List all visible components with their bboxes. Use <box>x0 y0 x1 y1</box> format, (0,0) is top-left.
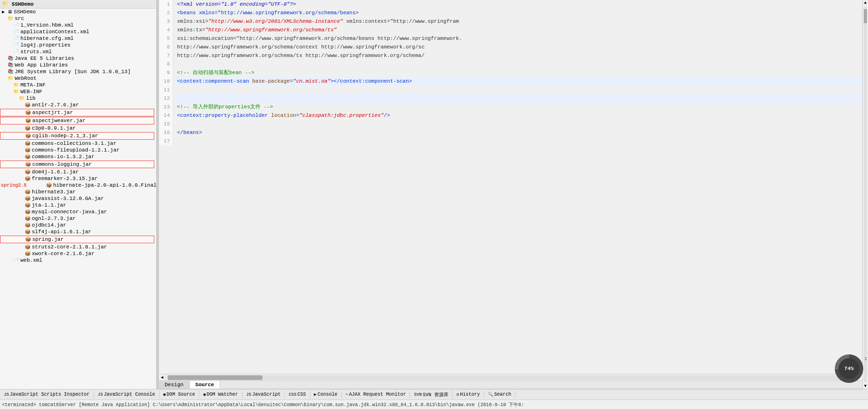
tree-item[interactable]: 📚Web App Libraries <box>0 62 156 68</box>
tab-source[interactable]: Source <box>190 381 221 389</box>
line-number: 16 <box>159 128 173 137</box>
tree-item[interactable]: 📦slf4j-api-1.6.1.jar <box>0 228 156 235</box>
tree-item[interactable]: 📄log4j.properties <box>0 42 156 48</box>
toolbar-item-javascript-console[interactable]: JS JavaScript Console <box>94 391 159 398</box>
toolbar-item-search[interactable]: 🔍 Search <box>484 391 515 398</box>
tree-item-icon: 📦 <box>46 182 52 188</box>
line-content[interactable]: </beans> <box>173 128 202 137</box>
tree-item-label: commons-logging.jar <box>32 162 92 167</box>
line-content[interactable]: http://www.springframework.org/schema/co… <box>173 43 425 51</box>
tree-item[interactable]: 📄web.xml <box>0 257 156 264</box>
tree-item[interactable]: 📚Java EE 5 Libraries <box>0 55 156 62</box>
tree-item[interactable]: 📦aspectjweaver.jar <box>0 117 154 124</box>
toolbar-item-css[interactable]: CSS CSS <box>285 391 310 398</box>
tree-item[interactable]: 📚JRE System Library [Sun JDK 1.6.0_13] <box>0 68 156 75</box>
tree-item[interactable]: 📦javassist-3.12.0.GA.jar <box>0 195 156 202</box>
tree-item[interactable]: 📦commons-io-1.3.2.jar <box>0 153 156 160</box>
tree-item[interactable]: 📦cglib-nodep-2.1_3.jar <box>0 132 154 140</box>
toolbar-icon: SVN <box>414 392 421 397</box>
tree-item[interactable]: 📦spring.jar <box>0 236 154 243</box>
code-line: 12 <box>159 94 862 103</box>
line-content[interactable] <box>173 120 177 128</box>
toolbar-item-javascript-scripts-inspector[interactable]: JS JavaScript Scripts Inspector <box>0 391 94 398</box>
tree-item-icon: 📁 <box>8 16 13 21</box>
code-line: 6 http://www.springframework.org/schema/… <box>159 43 862 51</box>
line-content[interactable]: <context:component-scan base-package="cn… <box>173 77 412 86</box>
line-content[interactable] <box>173 60 177 68</box>
tree-item-icon: 📦 <box>25 125 30 131</box>
line-content[interactable]: http://www.springframework.org/schema/tx… <box>173 51 425 60</box>
scroll-left-button[interactable]: ◀ <box>159 375 166 380</box>
tree-item[interactable]: 📦struts2-core-2.1.8.1.jar <box>0 244 156 250</box>
toolbar-item-javascript[interactable]: JS JavaScript <box>243 391 285 398</box>
toolbar-item-dom-source[interactable]: ◉ DOM Source <box>159 391 199 398</box>
code-line: 13 <!-- 导入外部的properties文件 --> <box>159 103 862 111</box>
line-content[interactable] <box>173 94 177 103</box>
tree-item[interactable]: 📁WEB-INF <box>0 88 156 95</box>
tree-item[interactable]: 📦commons-logging.jar <box>0 161 154 168</box>
scroll-down-button[interactable]: ▼ <box>863 383 868 389</box>
spring-label: spring2.5 <box>1 183 27 188</box>
line-number: 2 <box>159 9 173 17</box>
tree-item[interactable]: 📦antlr-2.7.6.jar <box>0 102 156 108</box>
line-content[interactable]: xsi:schemaLocation="http://www.springfra… <box>173 34 462 43</box>
line-content[interactable]: <beans xmlns="http://www.springframework… <box>173 9 359 17</box>
toolbar-item-history[interactable]: ◷ History <box>453 391 484 398</box>
tree-item[interactable]: 📦mysql-connector-java.jar <box>0 209 156 215</box>
tree-item-label: ojdbc14.jar <box>32 222 66 228</box>
tree-item[interactable]: 📦hibernate3.jar <box>0 189 156 195</box>
tree-item[interactable]: 📄1_Version.hbm.xml <box>0 22 156 29</box>
tree-item-icon: 📦 <box>25 154 30 160</box>
scroll-up-button[interactable]: ▲ <box>863 0 868 6</box>
tree-item-icon: 📄 <box>13 29 19 35</box>
line-content[interactable]: <!-- 自动扫描与装配bean --> <box>173 68 254 77</box>
toolbar-item-console[interactable]: ▶ Console <box>310 391 342 398</box>
tree-item[interactable]: 📄hibernate.cfg.xml <box>0 35 156 42</box>
tree-item-icon: 📦 <box>25 147 30 153</box>
line-content[interactable]: <!-- 导入外部的properties文件 --> <box>173 103 273 111</box>
line-content[interactable]: <?xml version="1.0" encoding="UTF-8"?> <box>173 0 296 9</box>
tree-item[interactable]: spring2.5📦hibernate-jpa-2.0-api-1.0.0.Fi… <box>0 182 156 189</box>
line-content[interactable]: xmlns:tx="http://www.springframework.org… <box>173 26 337 34</box>
toolbar-item-ajax-request-monitor[interactable]: ~ AJAX Request Monitor <box>342 391 410 398</box>
scrollbar-track[interactable] <box>168 375 854 380</box>
scrollbar-thumb[interactable] <box>168 375 262 380</box>
tree-item[interactable]: 📁WebRoot <box>0 75 156 82</box>
progress-inner: 74% <box>839 358 859 379</box>
tree-item[interactable]: 📦xwork-core-2.1.6.jar <box>0 250 156 257</box>
tree-item[interactable]: 📦commons-collections-3.1.jar <box>0 140 156 147</box>
tree-item[interactable]: 📦dom4j-1.6.1.jar <box>0 169 156 175</box>
right-scrollbar[interactable]: ▲ ▼ <box>862 0 868 389</box>
tree-item-label: freemarker-2.3.15.jar <box>32 176 98 181</box>
tree-item[interactable]: 📁src <box>0 15 156 22</box>
tree-item[interactable]: 📦commons-fileupload-1.2.1.jar <box>0 147 156 153</box>
tree-item[interactable]: ▶ 🖥SSHDemo <box>0 9 156 15</box>
tree-item[interactable]: 📄struts.xml <box>0 48 156 55</box>
line-content[interactable]: xmlns:xsi="http://www.w3.org/2001/XMLSch… <box>173 17 459 26</box>
code-horizontal-scrollbar[interactable]: ◀ ▶ <box>159 374 862 380</box>
tree-item-icon: 📁 <box>19 95 25 101</box>
tab-design[interactable]: Design <box>159 381 190 389</box>
tree-item-icon: 📦 <box>25 251 30 257</box>
toolbar-item-svn-资源库[interactable]: SVN SVN 资源库 <box>410 390 452 399</box>
tree-item[interactable]: 📦c3p0-0.9.1.jar <box>0 125 156 132</box>
tree-item-label: hibernate3.jar <box>32 189 75 195</box>
code-content[interactable]: 1<?xml version="1.0" encoding="UTF-8"?>2… <box>159 0 862 374</box>
toolbar-item-dom-watcher[interactable]: ◉ DOM Watcher <box>199 391 242 398</box>
tree-item[interactable]: 📦freemarker-2.3.15.jar <box>0 175 156 182</box>
tree-item-label: WebRoot <box>15 76 37 81</box>
tree-item[interactable]: 📁lib <box>0 95 156 102</box>
tree-item[interactable]: 📦ognl-2.7.3.jar <box>0 215 156 222</box>
tree-item[interactable]: 📦ojdbc14.jar <box>0 222 156 228</box>
scroll-thumb-container[interactable] <box>864 7 867 382</box>
scroll-thumb[interactable] <box>864 9 867 23</box>
line-content[interactable] <box>173 86 177 94</box>
tree-item[interactable]: 📁META-INF <box>0 82 156 88</box>
tree-item[interactable]: 📦jta-1.1.jar <box>0 202 156 209</box>
line-content[interactable] <box>173 137 177 145</box>
line-content[interactable]: <context:property-placeholder location="… <box>173 111 390 120</box>
line-number: 6 <box>159 43 173 51</box>
tree-item[interactable]: 📦aspectjrt.jar <box>0 109 154 116</box>
tree-item[interactable]: 📄applicationContext.xml <box>0 29 156 35</box>
code-line: 1<?xml version="1.0" encoding="UTF-8"?> <box>159 0 862 9</box>
